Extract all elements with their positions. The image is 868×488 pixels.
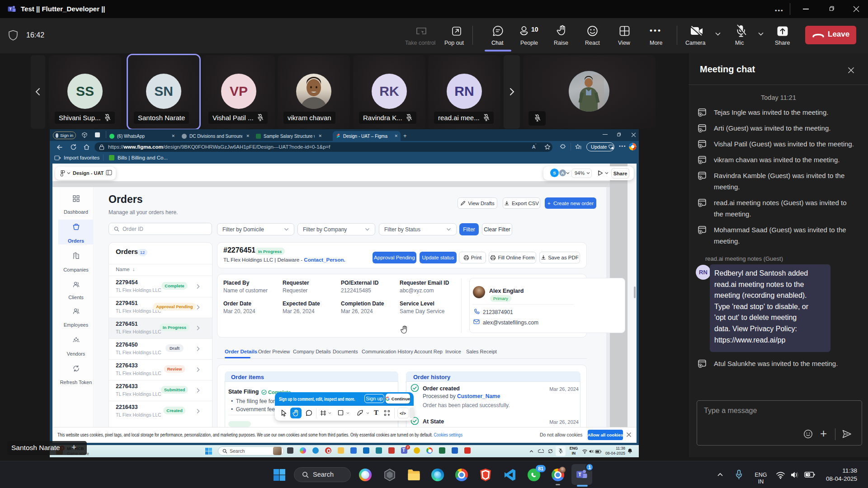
svg-text:T: T [9,7,12,11]
svg-text:T: T [578,472,581,477]
